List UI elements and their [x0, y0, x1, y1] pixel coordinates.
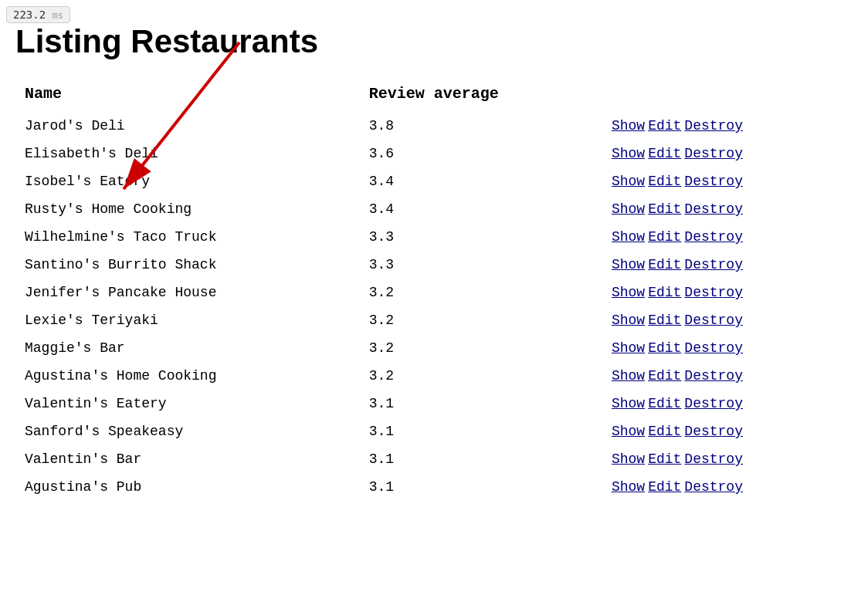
- restaurant-name: Lexie's Teriyaki: [15, 306, 360, 334]
- show-link[interactable]: Show: [612, 229, 645, 245]
- destroy-link[interactable]: Destroy: [684, 201, 743, 217]
- table-row: Jarod's Deli3.8ShowEditDestroy: [15, 112, 853, 140]
- restaurant-actions: ShowEditDestroy: [602, 140, 853, 167]
- restaurant-review-average: 3.8: [360, 112, 602, 140]
- col-review-average: Review average: [360, 79, 602, 112]
- destroy-link[interactable]: Destroy: [684, 257, 743, 272]
- destroy-link[interactable]: Destroy: [684, 313, 743, 328]
- header-row: Name Review average: [15, 79, 853, 112]
- show-link[interactable]: Show: [612, 424, 645, 439]
- show-link[interactable]: Show: [612, 313, 645, 328]
- table-row: Valentin's Eatery3.1ShowEditDestroy: [15, 390, 853, 417]
- perf-unit: ms: [53, 10, 63, 21]
- restaurant-name: Elisabeth's Deli: [15, 140, 360, 167]
- restaurant-actions: ShowEditDestroy: [602, 251, 853, 279]
- show-link[interactable]: Show: [612, 174, 645, 189]
- restaurant-actions: ShowEditDestroy: [602, 445, 853, 473]
- destroy-link[interactable]: Destroy: [684, 451, 743, 467]
- restaurant-actions: ShowEditDestroy: [602, 223, 853, 251]
- restaurant-name: Maggie's Bar: [15, 334, 360, 362]
- restaurant-name: Rusty's Home Cooking: [15, 195, 360, 223]
- table-row: Agustina's Pub3.1ShowEditDestroy: [15, 473, 853, 501]
- restaurant-actions: ShowEditDestroy: [602, 279, 853, 306]
- edit-link[interactable]: Edit: [648, 396, 681, 411]
- destroy-link[interactable]: Destroy: [684, 146, 743, 161]
- edit-link[interactable]: Edit: [648, 368, 681, 384]
- restaurant-actions: ShowEditDestroy: [602, 167, 853, 195]
- restaurant-review-average: 3.1: [360, 390, 602, 417]
- restaurant-actions: ShowEditDestroy: [602, 417, 853, 445]
- show-link[interactable]: Show: [612, 257, 645, 272]
- restaurant-review-average: 3.6: [360, 140, 602, 167]
- restaurant-review-average: 3.1: [360, 417, 602, 445]
- table-row: Jenifer's Pancake House3.2ShowEditDestro…: [15, 279, 853, 306]
- edit-link[interactable]: Edit: [648, 257, 681, 272]
- show-link[interactable]: Show: [612, 146, 645, 161]
- destroy-link[interactable]: Destroy: [684, 396, 743, 411]
- edit-link[interactable]: Edit: [648, 174, 681, 189]
- restaurant-review-average: 3.2: [360, 306, 602, 334]
- edit-link[interactable]: Edit: [648, 118, 681, 134]
- table-row: Agustina's Home Cooking3.2ShowEditDestro…: [15, 362, 853, 390]
- col-name: Name: [15, 79, 360, 112]
- table-row: Maggie's Bar3.2ShowEditDestroy: [15, 334, 853, 362]
- destroy-link[interactable]: Destroy: [684, 118, 743, 134]
- restaurants-table: Name Review average Jarod's Deli3.8ShowE…: [15, 79, 853, 501]
- table-body: Jarod's Deli3.8ShowEditDestroyElisabeth'…: [15, 112, 853, 501]
- restaurant-name: Agustina's Home Cooking: [15, 362, 360, 390]
- edit-link[interactable]: Edit: [648, 424, 681, 439]
- restaurant-name: Jenifer's Pancake House: [15, 279, 360, 306]
- show-link[interactable]: Show: [612, 118, 645, 134]
- destroy-link[interactable]: Destroy: [684, 479, 743, 495]
- edit-link[interactable]: Edit: [648, 340, 681, 356]
- edit-link[interactable]: Edit: [648, 229, 681, 245]
- show-link[interactable]: Show: [612, 479, 645, 495]
- restaurant-name: Isobel's Eatery: [15, 167, 360, 195]
- restaurant-review-average: 3.2: [360, 279, 602, 306]
- table-row: Santino's Burrito Shack3.3ShowEditDestro…: [15, 251, 853, 279]
- restaurant-actions: ShowEditDestroy: [602, 390, 853, 417]
- page-title: Listing Restaurants: [15, 23, 853, 60]
- restaurant-actions: ShowEditDestroy: [602, 334, 853, 362]
- show-link[interactable]: Show: [612, 451, 645, 467]
- restaurant-name: Jarod's Deli: [15, 112, 360, 140]
- destroy-link[interactable]: Destroy: [684, 174, 743, 189]
- edit-link[interactable]: Edit: [648, 479, 681, 495]
- restaurant-review-average: 3.4: [360, 167, 602, 195]
- restaurant-actions: ShowEditDestroy: [602, 195, 853, 223]
- restaurant-name: Wilhelmine's Taco Truck: [15, 223, 360, 251]
- destroy-link[interactable]: Destroy: [684, 285, 743, 300]
- restaurant-review-average: 3.3: [360, 251, 602, 279]
- edit-link[interactable]: Edit: [648, 285, 681, 300]
- table-row: Valentin's Bar3.1ShowEditDestroy: [15, 445, 853, 473]
- show-link[interactable]: Show: [612, 201, 645, 217]
- edit-link[interactable]: Edit: [648, 146, 681, 161]
- restaurant-actions: ShowEditDestroy: [602, 112, 853, 140]
- col-actions: [602, 79, 853, 112]
- restaurant-actions: ShowEditDestroy: [602, 473, 853, 501]
- show-link[interactable]: Show: [612, 285, 645, 300]
- table-row: Elisabeth's Deli3.6ShowEditDestroy: [15, 140, 853, 167]
- restaurant-review-average: 3.4: [360, 195, 602, 223]
- table-row: Wilhelmine's Taco Truck3.3ShowEditDestro…: [15, 223, 853, 251]
- restaurant-review-average: 3.1: [360, 445, 602, 473]
- edit-link[interactable]: Edit: [648, 313, 681, 328]
- restaurant-review-average: 3.3: [360, 223, 602, 251]
- edit-link[interactable]: Edit: [648, 451, 681, 467]
- table-row: Sanford's Speakeasy3.1ShowEditDestroy: [15, 417, 853, 445]
- show-link[interactable]: Show: [612, 396, 645, 411]
- performance-badge: 223.2 ms: [6, 6, 70, 23]
- destroy-link[interactable]: Destroy: [684, 340, 743, 356]
- restaurant-actions: ShowEditDestroy: [602, 306, 853, 334]
- show-link[interactable]: Show: [612, 340, 645, 356]
- destroy-link[interactable]: Destroy: [684, 424, 743, 439]
- table-row: Isobel's Eatery3.4ShowEditDestroy: [15, 167, 853, 195]
- destroy-link[interactable]: Destroy: [684, 229, 743, 245]
- restaurant-name: Valentin's Bar: [15, 445, 360, 473]
- destroy-link[interactable]: Destroy: [684, 368, 743, 384]
- restaurant-review-average: 3.1: [360, 473, 602, 501]
- restaurant-name: Agustina's Pub: [15, 473, 360, 501]
- show-link[interactable]: Show: [612, 368, 645, 384]
- restaurant-review-average: 3.2: [360, 334, 602, 362]
- edit-link[interactable]: Edit: [648, 201, 681, 217]
